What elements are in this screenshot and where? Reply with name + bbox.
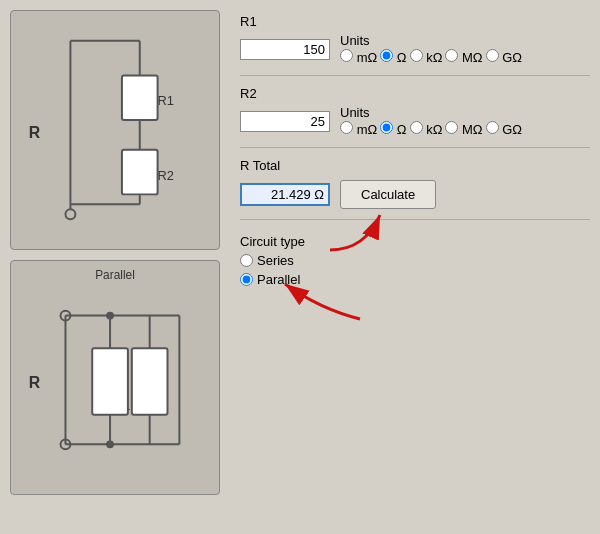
r1-unit-kohm[interactable]: kΩ bbox=[410, 49, 443, 65]
series-option-label: Series bbox=[257, 253, 294, 268]
r1-unit-mohm2[interactable]: MΩ bbox=[445, 49, 482, 65]
r2-input[interactable] bbox=[240, 111, 330, 132]
circuit-type-section: Circuit type Series Parallel bbox=[240, 234, 590, 287]
series-r-label: R bbox=[29, 124, 41, 141]
circuit-type-label: Circuit type bbox=[240, 234, 590, 249]
calculate-button[interactable]: Calculate bbox=[340, 180, 436, 209]
r2-unit-kohm[interactable]: kΩ bbox=[410, 121, 443, 137]
r1-label: R1 bbox=[240, 14, 590, 29]
r2-row: R2 Units mΩ Ω kΩ bbox=[240, 86, 590, 137]
rtotal-calc-row: Calculate bbox=[240, 180, 590, 209]
r2-unit-gohm[interactable]: GΩ bbox=[486, 121, 522, 137]
right-panel: R1 Units mΩ Ω kΩ bbox=[240, 10, 590, 524]
svg-rect-16 bbox=[92, 348, 128, 414]
r1-unit-mohm[interactable]: mΩ bbox=[340, 49, 377, 65]
circuit-type-radios: Series Parallel bbox=[240, 253, 590, 287]
r1-unit-gohm[interactable]: GΩ bbox=[486, 49, 522, 65]
r2-input-units: Units mΩ Ω kΩ bbox=[240, 105, 590, 137]
parallel-circuit-svg: Parallel R R1 R2 bbox=[11, 261, 219, 494]
r2-unit-mohm2[interactable]: MΩ bbox=[445, 121, 482, 137]
r1-units-label: Units bbox=[340, 33, 522, 48]
rtotal-label: R Total bbox=[240, 158, 590, 173]
svg-rect-7 bbox=[122, 150, 158, 195]
parallel-r-label: R bbox=[29, 374, 41, 391]
r1-unit-ohm[interactable]: Ω bbox=[380, 49, 406, 65]
separator1 bbox=[240, 75, 590, 76]
series-r2-label: R2 bbox=[158, 168, 174, 183]
rtotal-input[interactable] bbox=[240, 183, 330, 206]
r2-unit-ohm[interactable]: Ω bbox=[380, 121, 406, 137]
r2-units-label: Units bbox=[340, 105, 522, 120]
parallel-label: Parallel bbox=[95, 268, 135, 282]
circuit-type-parallel[interactable]: Parallel bbox=[240, 272, 590, 287]
svg-rect-6 bbox=[122, 76, 158, 121]
r2-unit-mohm[interactable]: mΩ bbox=[340, 121, 377, 137]
svg-point-21 bbox=[106, 440, 114, 448]
series-diagram: R R1 R2 bbox=[10, 10, 220, 250]
parallel-diagram: Parallel R R1 R2 bbox=[10, 260, 220, 495]
series-circuit-svg: R R1 R2 bbox=[11, 11, 219, 249]
separator2 bbox=[240, 147, 590, 148]
rtotal-section: R Total Calculate bbox=[240, 158, 590, 209]
r1-row: R1 Units mΩ Ω kΩ bbox=[240, 14, 590, 65]
svg-point-8 bbox=[65, 209, 75, 219]
r2-label: R2 bbox=[240, 86, 590, 101]
left-panel: R R1 R2 bbox=[10, 10, 230, 524]
svg-point-20 bbox=[106, 312, 114, 320]
svg-rect-19 bbox=[132, 348, 168, 414]
r2-units-group: Units mΩ Ω kΩ bbox=[340, 105, 522, 137]
r1-input[interactable] bbox=[240, 39, 330, 60]
r1-input-units: Units mΩ Ω kΩ bbox=[240, 33, 590, 65]
parallel-option-label: Parallel bbox=[257, 272, 300, 287]
separator3 bbox=[240, 219, 590, 220]
circuit-type-series[interactable]: Series bbox=[240, 253, 590, 268]
r2-units-radios: mΩ Ω kΩ MΩ G bbox=[340, 121, 522, 137]
r1-units-radios: mΩ Ω kΩ MΩ G bbox=[340, 49, 522, 65]
series-r1-label: R1 bbox=[158, 93, 174, 108]
r1-units-group: Units mΩ Ω kΩ bbox=[340, 33, 522, 65]
